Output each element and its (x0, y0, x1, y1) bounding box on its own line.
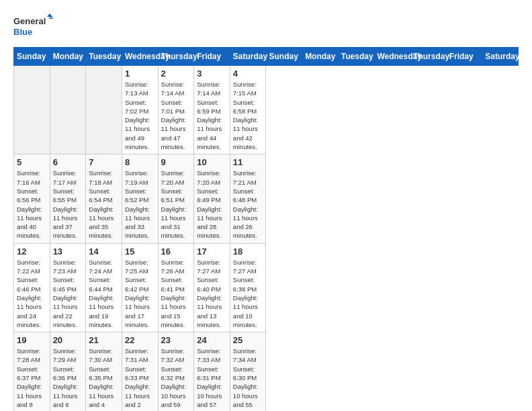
day-number: 4 (233, 68, 263, 79)
day-info: Sunrise: 7:28 AM Sunset: 6:37 PM Dayligh… (17, 347, 47, 411)
calendar-day-cell: 11Sunrise: 7:21 AM Sunset: 6:48 PM Dayli… (230, 154, 266, 243)
day-number: 8 (125, 157, 155, 167)
calendar-day-cell: 23Sunrise: 7:32 AM Sunset: 6:32 PM Dayli… (158, 332, 194, 411)
day-of-week-header: Sunday (266, 48, 302, 66)
day-info: Sunrise: 7:13 AM Sunset: 7:02 PM Dayligh… (125, 80, 155, 151)
calendar-day-cell: 12Sunrise: 7:22 AM Sunset: 6:46 PM Dayli… (14, 243, 50, 332)
day-info: Sunrise: 7:31 AM Sunset: 6:33 PM Dayligh… (125, 347, 155, 411)
svg-text:General: General (13, 16, 46, 26)
calendar-day-cell: 13Sunrise: 7:23 AM Sunset: 6:45 PM Dayli… (50, 243, 86, 332)
day-of-week-header: Monday (50, 48, 86, 66)
day-number: 19 (17, 335, 47, 345)
day-info: Sunrise: 7:30 AM Sunset: 6:35 PM Dayligh… (89, 347, 119, 411)
day-number: 6 (53, 157, 83, 167)
day-info: Sunrise: 7:19 AM Sunset: 6:52 PM Dayligh… (125, 169, 155, 240)
calendar-day-cell (86, 66, 122, 154)
day-number: 20 (53, 335, 83, 345)
day-of-week-header: Monday (302, 48, 339, 66)
calendar-week-row: 12Sunrise: 7:22 AM Sunset: 6:46 PM Dayli… (14, 243, 519, 332)
day-info: Sunrise: 7:18 AM Sunset: 6:54 PM Dayligh… (89, 169, 119, 240)
calendar-day-cell: 1Sunrise: 7:13 AM Sunset: 7:02 PM Daylig… (122, 66, 158, 154)
day-number: 14 (89, 246, 119, 257)
day-of-week-header: Wednesday (374, 48, 410, 66)
calendar-day-cell: 10Sunrise: 7:20 AM Sunset: 6:49 PM Dayli… (194, 154, 230, 243)
day-number: 1 (125, 68, 155, 79)
calendar-day-cell: 16Sunrise: 7:26 AM Sunset: 6:41 PM Dayli… (158, 243, 194, 332)
calendar-day-cell: 2Sunrise: 7:14 AM Sunset: 7:01 PM Daylig… (158, 66, 194, 154)
day-info: Sunrise: 7:20 AM Sunset: 6:51 PM Dayligh… (161, 169, 191, 240)
calendar-day-cell: 6Sunrise: 7:17 AM Sunset: 6:55 PM Daylig… (50, 154, 86, 243)
day-info: Sunrise: 7:21 AM Sunset: 6:48 PM Dayligh… (233, 169, 263, 240)
day-info: Sunrise: 7:20 AM Sunset: 6:49 PM Dayligh… (197, 169, 227, 240)
page-header: General Blue (13, 13, 519, 40)
calendar-day-cell: 7Sunrise: 7:18 AM Sunset: 6:54 PM Daylig… (86, 154, 122, 243)
day-number: 12 (17, 246, 47, 257)
day-info: Sunrise: 7:27 AM Sunset: 6:40 PM Dayligh… (197, 258, 227, 329)
day-number: 2 (161, 68, 191, 79)
day-number: 22 (125, 335, 155, 345)
svg-text:Blue: Blue (13, 27, 32, 37)
day-number: 3 (197, 68, 227, 79)
calendar-day-cell: 9Sunrise: 7:20 AM Sunset: 6:51 PM Daylig… (158, 154, 194, 243)
day-of-week-header: Saturday (482, 48, 519, 66)
day-of-week-header: Friday (194, 48, 230, 66)
day-number: 18 (233, 246, 263, 257)
day-number: 13 (53, 246, 83, 257)
day-info: Sunrise: 7:29 AM Sunset: 6:36 PM Dayligh… (53, 347, 83, 411)
day-number: 24 (197, 335, 227, 345)
calendar-week-row: 19Sunrise: 7:28 AM Sunset: 6:37 PM Dayli… (14, 332, 519, 411)
day-info: Sunrise: 7:33 AM Sunset: 6:31 PM Dayligh… (197, 347, 227, 411)
day-number: 17 (197, 246, 227, 257)
day-info: Sunrise: 7:14 AM Sunset: 7:01 PM Dayligh… (161, 80, 191, 151)
day-number: 9 (161, 157, 191, 167)
day-number: 16 (161, 246, 191, 257)
day-info: Sunrise: 7:32 AM Sunset: 6:32 PM Dayligh… (161, 347, 191, 411)
day-number: 15 (125, 246, 155, 257)
calendar-day-cell: 24Sunrise: 7:33 AM Sunset: 6:31 PM Dayli… (194, 332, 230, 411)
day-info: Sunrise: 7:34 AM Sunset: 6:30 PM Dayligh… (233, 347, 263, 411)
day-number: 5 (17, 157, 47, 167)
logo-svg: General Blue (13, 13, 54, 40)
calendar-day-cell: 22Sunrise: 7:31 AM Sunset: 6:33 PM Dayli… (122, 332, 158, 411)
day-number: 21 (89, 335, 119, 345)
calendar-day-cell: 18Sunrise: 7:27 AM Sunset: 6:38 PM Dayli… (230, 243, 266, 332)
day-info: Sunrise: 7:15 AM Sunset: 6:58 PM Dayligh… (233, 80, 263, 151)
day-number: 23 (161, 335, 191, 345)
day-info: Sunrise: 7:23 AM Sunset: 6:45 PM Dayligh… (53, 258, 83, 329)
calendar-day-cell: 25Sunrise: 7:34 AM Sunset: 6:30 PM Dayli… (230, 332, 266, 411)
calendar-day-cell (14, 66, 50, 154)
calendar-day-cell: 4Sunrise: 7:15 AM Sunset: 6:58 PM Daylig… (230, 66, 266, 154)
calendar-table: SundayMondayTuesdayWednesdayThursdayFrid… (13, 47, 519, 411)
logo: General Blue (13, 13, 54, 40)
day-of-week-header: Friday (446, 48, 482, 66)
day-of-week-header: Wednesday (122, 48, 158, 66)
calendar-day-cell: 15Sunrise: 7:25 AM Sunset: 6:42 PM Dayli… (122, 243, 158, 332)
calendar-week-row: 5Sunrise: 7:16 AM Sunset: 6:56 PM Daylig… (14, 154, 519, 243)
day-of-week-header: Tuesday (338, 48, 374, 66)
calendar-day-cell: 8Sunrise: 7:19 AM Sunset: 6:52 PM Daylig… (122, 154, 158, 243)
day-number: 7 (89, 157, 119, 167)
calendar-day-cell: 5Sunrise: 7:16 AM Sunset: 6:56 PM Daylig… (14, 154, 50, 243)
day-info: Sunrise: 7:25 AM Sunset: 6:42 PM Dayligh… (125, 258, 155, 329)
day-of-week-header: Thursday (410, 48, 447, 66)
day-number: 10 (197, 157, 227, 167)
calendar-day-cell: 20Sunrise: 7:29 AM Sunset: 6:36 PM Dayli… (50, 332, 86, 411)
day-info: Sunrise: 7:22 AM Sunset: 6:46 PM Dayligh… (17, 258, 47, 329)
day-info: Sunrise: 7:17 AM Sunset: 6:55 PM Dayligh… (53, 169, 83, 240)
calendar-week-row: 1Sunrise: 7:13 AM Sunset: 7:02 PM Daylig… (14, 66, 519, 154)
calendar-day-cell: 3Sunrise: 7:14 AM Sunset: 6:59 PM Daylig… (194, 66, 230, 154)
calendar-header-row: SundayMondayTuesdayWednesdayThursdayFrid… (14, 48, 519, 66)
day-info: Sunrise: 7:14 AM Sunset: 6:59 PM Dayligh… (197, 80, 227, 151)
calendar-day-cell: 14Sunrise: 7:24 AM Sunset: 6:44 PM Dayli… (86, 243, 122, 332)
day-info: Sunrise: 7:16 AM Sunset: 6:56 PM Dayligh… (17, 169, 47, 240)
day-info: Sunrise: 7:27 AM Sunset: 6:38 PM Dayligh… (233, 258, 263, 329)
day-number: 25 (233, 335, 263, 345)
calendar-day-cell: 21Sunrise: 7:30 AM Sunset: 6:35 PM Dayli… (86, 332, 122, 411)
day-info: Sunrise: 7:26 AM Sunset: 6:41 PM Dayligh… (161, 258, 191, 329)
day-number: 11 (233, 157, 263, 167)
calendar-day-cell: 19Sunrise: 7:28 AM Sunset: 6:37 PM Dayli… (14, 332, 50, 411)
day-of-week-header: Thursday (158, 48, 194, 66)
day-of-week-header: Tuesday (86, 48, 122, 66)
day-of-week-header: Sunday (14, 48, 50, 66)
day-of-week-header: Saturday (230, 48, 266, 66)
